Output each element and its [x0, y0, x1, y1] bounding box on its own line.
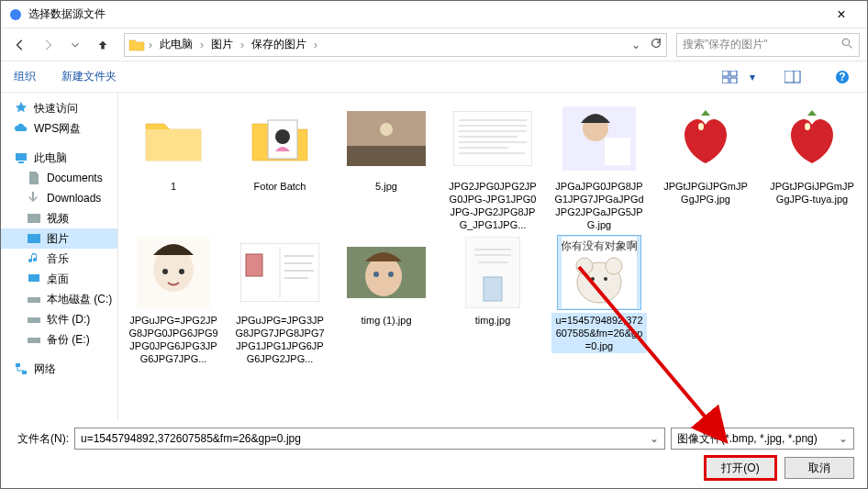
star-icon [14, 101, 28, 116]
svg-point-52 [388, 272, 394, 277]
thumb-caption-text: 你有没有对象啊 [562, 239, 637, 252]
cloud-icon [14, 121, 28, 136]
svg-rect-35 [605, 138, 630, 165]
svg-rect-15 [28, 297, 40, 303]
folder-item[interactable]: 1 [124, 102, 223, 232]
svg-rect-25 [453, 111, 532, 166]
file-item[interactable]: 5.jpg [337, 102, 436, 232]
sidebar-documents[interactable]: Documents [1, 168, 117, 188]
navbar: › 此电脑 › 图片 › 保存的图片 › ⌄ 搜索"保存的图片" [1, 28, 867, 61]
search-input[interactable]: 搜索"保存的图片" [676, 33, 860, 57]
svg-rect-44 [246, 254, 262, 276]
back-button[interactable] [8, 33, 32, 57]
chevron-down-icon[interactable]: ⌄ [631, 39, 640, 51]
video-icon [27, 211, 41, 226]
pc-icon [14, 150, 28, 165]
image-thumb [132, 236, 215, 309]
image-thumb [345, 102, 428, 175]
chevron-down-icon[interactable]: ⌄ [839, 432, 848, 445]
network-icon [14, 361, 28, 376]
svg-rect-23 [347, 146, 426, 166]
recent-dropdown[interactable] [63, 33, 87, 57]
sidebar-local-disk[interactable]: 本地磁盘 (C:) [1, 289, 117, 309]
sidebar-drive-d[interactable]: 软件 (D:) [1, 309, 117, 329]
toolbar: 组织 新建文件夹 ▾ ? [1, 61, 867, 93]
chevron-down-icon[interactable]: ⌄ [650, 432, 659, 445]
crumb-pictures[interactable]: 图片 [207, 37, 237, 52]
address-bar[interactable]: › 此电脑 › 图片 › 保存的图片 › ⌄ [124, 33, 667, 57]
sidebar-network[interactable]: 网络 [1, 359, 117, 379]
up-button[interactable] [91, 33, 115, 57]
sidebar-videos[interactable]: 视频 [1, 208, 117, 228]
filename-input[interactable]: u=1545794892,372607585&fm=26&gp=0.jpg ⌄ [74, 428, 665, 450]
file-item[interactable]: JPGuJPG=JPG3JPG8JPG7JPG8JPG7JPG1JPG1JPG6… [230, 236, 329, 366]
organize-menu[interactable]: 组织 [14, 69, 36, 84]
close-icon[interactable]: × [823, 1, 860, 28]
svg-point-51 [373, 272, 379, 277]
drive-icon [27, 312, 41, 327]
svg-point-36 [698, 123, 704, 130]
file-list[interactable]: 1 Fotor Batch 5.jpg JPG2JPG0JPG2JPG0JPG-… [118, 93, 867, 420]
search-icon [841, 38, 853, 52]
file-item[interactable]: JPGaJPG0JPG8JPG1JPG7JPGaJPGdJPG2JPGaJPG5… [550, 102, 649, 232]
image-thumb [451, 102, 534, 175]
folder-icon [128, 37, 145, 53]
forward-button[interactable] [36, 33, 60, 57]
sidebar-drive-e[interactable]: 备份 (E:) [1, 329, 117, 350]
svg-rect-5 [730, 78, 737, 83]
search-placeholder: 搜索"保存的图片" [683, 37, 841, 52]
chevron-down-icon[interactable]: ▾ [750, 71, 755, 83]
file-item[interactable]: timg (1).jpg [337, 236, 436, 366]
image-thumb [664, 102, 747, 175]
file-item[interactable]: JPG2JPG0JPG2JPG0JPG-JPG1JPG0JPG-JPG2JPG8… [443, 102, 542, 232]
new-folder-button[interactable]: 新建文件夹 [61, 69, 117, 84]
file-item[interactable]: timg.jpg [443, 236, 542, 366]
svg-point-1 [842, 39, 849, 45]
folder-item[interactable]: Fotor Batch [230, 102, 329, 232]
help-button[interactable]: ? [830, 67, 854, 87]
crumb-saved[interactable]: 保存的图片 [248, 37, 310, 52]
file-item[interactable]: JPGtJPGiJPGmJPGgJPG-tuya.jpg [762, 102, 862, 232]
svg-rect-18 [16, 363, 20, 367]
preview-pane-button[interactable] [781, 67, 805, 87]
image-thumb [239, 236, 321, 309]
open-button[interactable]: 打开(O) [706, 457, 775, 479]
chevron-right-icon: › [314, 39, 317, 51]
file-item[interactable]: JPGuJPG=JPG2JPG8JPG0JPG6JPG9JPG0JPG6JPG3… [124, 236, 223, 366]
file-item[interactable]: JPGtJPGiJPGmJPGgJPG.jpg [656, 102, 755, 232]
svg-rect-14 [28, 274, 39, 282]
svg-point-61 [606, 258, 622, 274]
filetype-filter[interactable]: 图像文件(*.bmp, *.jpg, *.png) ⌄ [671, 428, 854, 450]
download-icon [27, 191, 41, 206]
image-thumb [558, 102, 640, 175]
file-item-selected[interactable]: 你有没有对象啊 u=1545794892,372607585&fm=26&gp=… [550, 236, 649, 366]
sidebar-wps[interactable]: WPS网盘 [1, 118, 117, 139]
svg-rect-10 [16, 153, 27, 161]
sidebar-desktop[interactable]: 桌面 [1, 269, 117, 289]
refresh-icon[interactable] [650, 37, 662, 52]
sidebar-quick-access[interactable]: 快速访问 [1, 98, 117, 118]
svg-rect-57 [484, 277, 502, 301]
svg-rect-6 [785, 71, 800, 83]
svg-point-41 [179, 269, 184, 274]
svg-point-60 [576, 258, 593, 274]
view-mode-button[interactable] [718, 67, 742, 87]
crumb-pc[interactable]: 此电脑 [156, 37, 196, 52]
sidebar-pictures[interactable]: 图片 [1, 228, 117, 249]
chevron-right-icon: › [240, 39, 244, 51]
desktop-icon [27, 272, 41, 286]
window-title: 选择数据源文件 [28, 6, 823, 22]
image-thumb [451, 236, 534, 309]
sidebar-music[interactable]: 音乐 [1, 249, 117, 269]
svg-point-63 [604, 277, 607, 281]
filename-label: 文件名(N): [14, 431, 69, 447]
filter-text: 图像文件(*.bmp, *.jpg, *.png) [677, 431, 818, 447]
svg-rect-13 [28, 234, 40, 243]
cancel-button[interactable]: 取消 [785, 457, 854, 479]
picture-icon [27, 231, 41, 246]
sidebar-this-pc[interactable]: 此电脑 [1, 148, 117, 168]
drive-icon [27, 332, 41, 347]
sidebar-downloads[interactable]: Downloads [1, 188, 117, 208]
image-thumb [345, 236, 428, 309]
chevron-right-icon: › [149, 39, 152, 51]
